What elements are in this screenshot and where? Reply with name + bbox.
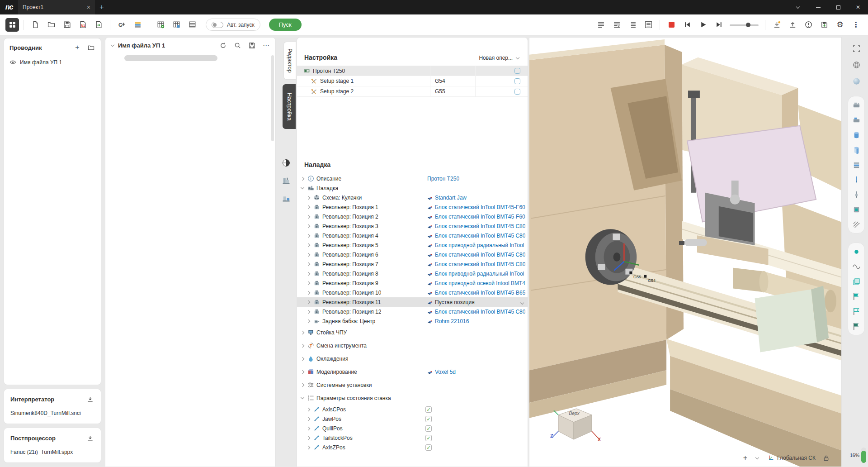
add-view-button[interactable]: + — [743, 454, 747, 462]
nc-text-view-icon[interactable] — [594, 18, 608, 32]
tree-row-value[interactable]: Блок статический InTool BMT45-B65 — [427, 290, 526, 296]
chevron-right-icon[interactable] — [307, 253, 310, 256]
zoom-slider[interactable] — [861, 448, 866, 463]
editor-scrollbar[interactable] — [271, 55, 274, 141]
tree-row-value[interactable]: Блок приводной радиальный InTool — [427, 271, 526, 277]
tree-row[interactable]: QuillPos✓ — [297, 424, 528, 433]
workpiece-section-icon[interactable] — [849, 144, 863, 156]
chevron-right-icon[interactable] — [307, 426, 310, 430]
download-interpreter-icon[interactable] — [85, 395, 94, 404]
stop-button[interactable] — [665, 18, 678, 32]
layers-icon[interactable] — [849, 276, 863, 287]
tree-row-value[interactable]: Пустая позиция — [427, 299, 526, 305]
tree-row[interactable]: Револьвер: Позиция 7Блок статический InT… — [297, 259, 528, 269]
chevron-right-icon[interactable] — [307, 205, 310, 209]
nc-frame-icon[interactable] — [642, 18, 655, 32]
chevron-right-icon[interactable] — [307, 234, 310, 237]
chevron-right-icon[interactable] — [307, 445, 310, 449]
toggle-switch-icon[interactable] — [212, 22, 223, 28]
view-cube-top-label[interactable]: Верх — [564, 410, 585, 416]
chevron-right-icon[interactable] — [301, 176, 304, 180]
table-add-icon[interactable] — [154, 18, 167, 32]
tree-row[interactable]: Револьвер: Позиция 2Блок статический InT… — [297, 212, 528, 221]
wireframe-globe-icon[interactable] — [849, 59, 863, 71]
postprocessor-file[interactable]: Fanuc (21i)_TurnMill.sppx — [10, 449, 94, 455]
lock-icon[interactable] — [823, 455, 830, 462]
table-list-icon[interactable] — [185, 18, 199, 32]
tree-row[interactable]: Револьвер: Позиция 8Блок приводной радиа… — [297, 269, 528, 278]
tree-row[interactable]: Стойка ЧПУ — [297, 326, 528, 339]
point-display-icon[interactable] — [849, 246, 863, 257]
flag-filled-icon[interactable] — [849, 291, 863, 302]
interpreter-file[interactable]: Sinumerik840D_TurnMill.snci — [10, 410, 94, 416]
tab-settings[interactable]: Настройка — [283, 84, 296, 129]
chevron-right-icon[interactable] — [307, 300, 310, 304]
tree-row-value[interactable]: Блок статический InTool BMT45 C80 — [427, 309, 526, 315]
setup-row[interactable]: Setup stage 1G54 — [297, 76, 528, 86]
flag-outline-icon[interactable] — [849, 305, 863, 317]
tree-row[interactable]: Револьвер: Позиция 5Блок приводной радиа… — [297, 240, 528, 250]
tree-row[interactable]: TailstockPos✓ — [297, 433, 528, 443]
tree-row[interactable]: Револьвер: Позиция 3Блок статический InT… — [297, 221, 528, 231]
apps-grid-icon[interactable] — [5, 18, 19, 32]
tree-row-value[interactable]: Блок статический InTool BMT45 C80 — [427, 252, 526, 258]
new-operation-dropdown[interactable]: Новая опер... — [479, 55, 521, 61]
chevron-right-icon[interactable] — [307, 272, 310, 275]
tree-row-value[interactable]: Блок статический InTool BMT45-F60 — [427, 204, 526, 210]
tree-row[interactable]: Смена инструмента — [297, 339, 528, 352]
window-minimize-button[interactable] — [808, 0, 828, 14]
step-forward-button[interactable] — [712, 18, 726, 32]
zoom-control[interactable]: 16% — [850, 448, 866, 463]
open-folder-icon[interactable] — [86, 43, 95, 52]
tree-row[interactable]: AxisZPos✓ — [297, 443, 528, 452]
tree-row[interactable]: Схема: КулачкиStandart Jaw — [297, 193, 528, 202]
tree-row-value[interactable]: Блок статический InTool BMT45-F60 — [427, 214, 526, 220]
eye-icon[interactable] — [9, 59, 16, 66]
chevron-right-icon[interactable] — [307, 243, 310, 247]
machine-visibility-icon[interactable] — [849, 99, 863, 111]
tree-row[interactable]: Системные установки — [297, 378, 528, 391]
workpiece-icon[interactable] — [849, 129, 863, 141]
chevron-right-icon[interactable] — [301, 343, 304, 347]
tree-row[interactable]: Наладка — [297, 183, 528, 193]
tree-row[interactable]: Револьвер: Позиция 10Блок статический In… — [297, 288, 528, 297]
chevron-right-icon[interactable] — [307, 224, 310, 228]
window-collapse-button[interactable] — [788, 0, 808, 14]
chevron-right-icon[interactable] — [301, 330, 304, 334]
coordinate-system-selector[interactable]: Глобальная СК — [768, 454, 816, 462]
machine-library-icon[interactable] — [131, 18, 144, 32]
tab-editor[interactable]: Редактор — [283, 42, 296, 80]
tool-icon[interactable] — [849, 174, 863, 186]
part-icon[interactable] — [280, 157, 292, 169]
slider-knob[interactable] — [746, 23, 750, 27]
param-checkbox[interactable]: ✓ — [425, 416, 432, 422]
param-checkbox[interactable]: ✓ — [425, 435, 432, 441]
chevron-right-icon[interactable] — [307, 262, 310, 266]
more-menu-icon[interactable]: ⋮ — [849, 18, 863, 32]
fixture-stack-icon[interactable] — [849, 159, 863, 171]
chevron-right-icon[interactable] — [301, 370, 304, 373]
explorer-file-item[interactable]: Имя файла УП 1 — [4, 57, 101, 68]
table-tools-icon[interactable] — [170, 18, 183, 32]
chevron-right-icon[interactable] — [307, 436, 310, 439]
add-file-button[interactable]: + — [73, 43, 82, 52]
chevron-right-icon[interactable] — [301, 357, 304, 360]
start-button[interactable]: Пуск — [269, 19, 302, 31]
open-folder-icon[interactable] — [44, 18, 58, 32]
chevron-down-icon[interactable] — [301, 396, 304, 399]
tree-row[interactable]: Охлаждения — [297, 352, 528, 365]
chevron-right-icon[interactable] — [301, 383, 304, 386]
save-program-icon[interactable] — [247, 41, 256, 50]
chevron-right-icon[interactable] — [307, 417, 310, 420]
new-tab-button[interactable]: + — [95, 3, 108, 11]
section-hatch-icon[interactable] — [849, 219, 863, 230]
setup-row[interactable]: Протон Т250 — [297, 66, 528, 76]
nc-goto-line-icon[interactable] — [610, 18, 623, 32]
fit-selection-icon[interactable] — [849, 43, 863, 54]
tree-row-value[interactable]: Блок приводной осевой Intool BMT4 — [427, 280, 526, 286]
nc-program-icon[interactable]: N1 — [76, 18, 90, 32]
export-program-icon[interactable] — [92, 18, 105, 32]
nc-list-icon[interactable] — [626, 18, 639, 32]
tree-row[interactable]: Револьвер: Позиция 6Блок статический InT… — [297, 250, 528, 259]
tree-row[interactable]: AxisCPos✓ — [297, 405, 528, 414]
